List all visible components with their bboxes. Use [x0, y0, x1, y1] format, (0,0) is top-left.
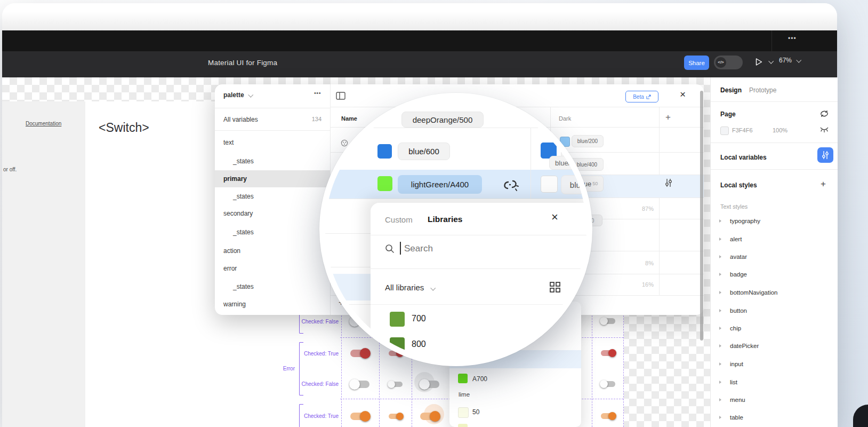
beta-label: Beta	[633, 94, 644, 100]
zoom-menu[interactable]: 67%	[779, 57, 800, 64]
tab-custom[interactable]: Custom	[385, 215, 413, 224]
switch-on-error[interactable]	[350, 350, 369, 357]
documentation-link[interactable]: Documentation	[26, 121, 61, 126]
grid-line	[341, 297, 342, 427]
close-dialog-button[interactable]: ×	[551, 210, 558, 224]
chevron-right-icon[interactable]	[719, 362, 721, 366]
hidden-eye-icon[interactable]	[820, 127, 829, 133]
color-swatch-empty	[541, 176, 558, 193]
color-swatch-lightgreen	[377, 176, 392, 191]
nav-group[interactable]: error	[223, 264, 237, 273]
close-modal-button[interactable]: ×	[680, 89, 686, 100]
chevron-right-icon[interactable]	[719, 238, 721, 241]
page-color-hex[interactable]: F3F4F6	[732, 127, 753, 133]
value-chip-magnified-selected: lightGreen/A400	[398, 175, 482, 194]
divider	[325, 199, 586, 199]
switch-off[interactable]	[601, 381, 615, 387]
switch-off[interactable]	[389, 382, 403, 387]
library-item[interactable]: A700	[472, 375, 487, 383]
chevron-right-icon[interactable]	[719, 309, 721, 312]
color-variable-icon	[341, 139, 348, 147]
switch-on-warning[interactable]	[389, 414, 403, 419]
variables-nav-panel: palette ••• All variables 134 text _stat…	[215, 84, 331, 315]
text-style-item[interactable]: datePicker	[730, 343, 759, 349]
nav-subgroup[interactable]: _states	[233, 282, 254, 291]
switch-off[interactable]	[601, 318, 615, 324]
collection-menu-button[interactable]: •••	[314, 90, 321, 96]
nav-subgroup[interactable]: _states	[233, 228, 254, 236]
text-style-item[interactable]: chip	[730, 325, 741, 331]
switch-on-warning[interactable]	[601, 413, 615, 419]
chevron-right-icon[interactable]	[719, 255, 721, 258]
collection-dropdown[interactable]: palette	[223, 91, 252, 99]
share-button[interactable]: Share	[684, 56, 709, 70]
library-item[interactable]: 700	[412, 314, 426, 323]
artboard-title: <Switch>	[99, 121, 149, 135]
design-sidebar: Design Prototype Page F3F4F6 100% Local …	[710, 77, 838, 427]
dev-mode-toggle[interactable]: </>	[714, 56, 743, 69]
text-style-item[interactable]: avatar	[730, 254, 747, 260]
nav-group-selected[interactable]: primary	[223, 175, 247, 183]
divider	[711, 143, 838, 143]
beta-badge[interactable]: Beta	[625, 91, 658, 102]
tab-design[interactable]: Design	[720, 86, 742, 94]
switch-off[interactable]	[350, 381, 369, 388]
text-style-item[interactable]: badge	[730, 271, 747, 278]
toggle-sidebar-icon[interactable]	[336, 92, 345, 100]
nav-subgroup[interactable]: _states	[233, 192, 254, 201]
nav-subgroup[interactable]: _states	[233, 157, 254, 165]
text-style-item[interactable]: alert	[730, 236, 742, 242]
grid-view-icon[interactable]	[549, 281, 561, 293]
nav-all-variables[interactable]: All variables	[223, 115, 258, 124]
text-style-item[interactable]: button	[730, 307, 747, 314]
chevron-right-icon[interactable]	[719, 381, 721, 384]
text-style-item[interactable]: list	[730, 379, 737, 385]
value-chip[interactable]: blue/200	[572, 135, 604, 147]
switch-on-warning[interactable]	[350, 413, 369, 420]
search-input[interactable]	[403, 241, 539, 256]
adjust-sliders-icon[interactable]	[665, 178, 672, 187]
text-cursor	[400, 242, 401, 255]
window-menu-button[interactable]: •••	[788, 35, 797, 42]
chevron-right-icon[interactable]	[719, 273, 721, 276]
text-style-item[interactable]: input	[730, 361, 743, 367]
library-filter-dropdown[interactable]: All libraries	[385, 283, 435, 292]
tab-libraries[interactable]: Libraries	[428, 215, 462, 224]
nav-group[interactable]: warning	[223, 300, 246, 309]
chevron-right-icon[interactable]	[719, 219, 721, 223]
chevron-right-icon[interactable]	[719, 416, 721, 419]
text-style-item[interactable]: table	[730, 414, 743, 421]
cycle-modes-icon[interactable]	[819, 110, 829, 117]
text-style-item[interactable]: bottomNavigation	[730, 289, 778, 296]
divider	[325, 267, 372, 267]
open-variables-button[interactable]	[817, 147, 833, 163]
page-color-swatch[interactable]	[720, 126, 729, 135]
local-variables-label: Local variables	[720, 154, 767, 161]
file-title[interactable]: Material UI for Figma	[208, 59, 277, 67]
chevron-right-icon[interactable]	[719, 398, 721, 401]
library-item[interactable]: 800	[412, 339, 426, 349]
divider	[371, 235, 592, 235]
add-style-button[interactable]: +	[821, 179, 826, 189]
nav-group[interactable]: text	[223, 138, 234, 147]
chevron-right-icon[interactable]	[719, 291, 721, 294]
nav-group[interactable]: action	[223, 247, 240, 255]
add-mode-button[interactable]: +	[665, 112, 671, 123]
selection-bracket	[299, 404, 303, 427]
page-opacity[interactable]: 100%	[773, 127, 787, 133]
library-item[interactable]: 50	[472, 408, 479, 416]
switch-on-warning-focused[interactable]	[420, 413, 439, 420]
tab-prototype[interactable]: Prototype	[749, 86, 776, 94]
switch-on-error[interactable]	[601, 350, 615, 356]
chevron-right-icon[interactable]	[719, 327, 721, 330]
nav-group[interactable]: secondary	[223, 209, 253, 218]
chevron-right-icon[interactable]	[719, 344, 721, 347]
text-style-item[interactable]: menu	[730, 397, 745, 403]
switch-off-focused[interactable]	[420, 381, 439, 388]
column-header-name: Name	[341, 115, 357, 122]
divider	[215, 130, 330, 131]
present-button[interactable]	[755, 55, 776, 69]
sliders-icon	[822, 151, 829, 160]
text-style-item[interactable]: typography	[730, 218, 760, 224]
modal-scrollbar[interactable]	[700, 91, 703, 341]
